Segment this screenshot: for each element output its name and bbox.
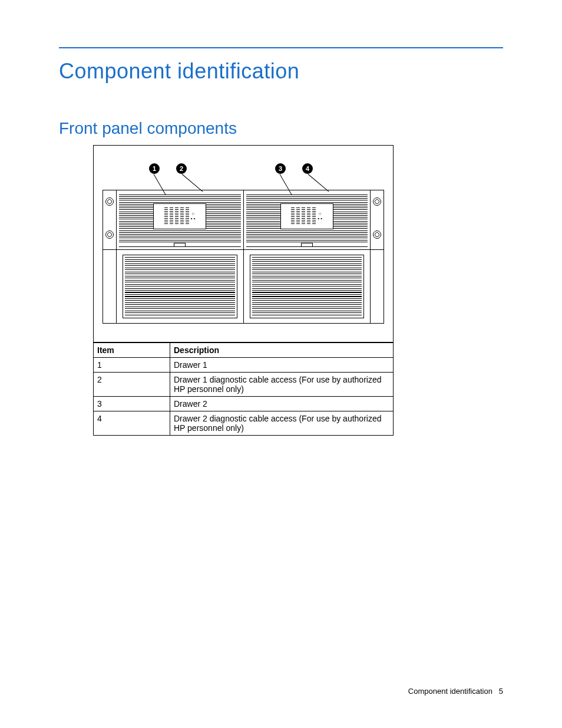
screw-icon	[105, 230, 114, 239]
page-footer: Component identification 5	[408, 687, 503, 696]
cell-desc: Drawer 1	[170, 358, 394, 373]
drawer-1: ○• •	[117, 190, 244, 249]
table-row: 2 Drawer 1 diagnostic cable access (For …	[94, 373, 394, 397]
cell-desc: Drawer 2 diagnostic cable access (For us…	[170, 411, 394, 436]
drawer-2: ○• •	[244, 190, 371, 249]
leader-line-2	[182, 174, 203, 192]
cell-desc: Drawer 2	[170, 397, 394, 411]
lock-icon: ○• •	[318, 212, 322, 221]
cell-item: 1	[94, 358, 170, 373]
device-chassis: ○• • ○• •	[103, 190, 384, 324]
header-description: Description	[170, 343, 394, 358]
release-tab	[174, 243, 186, 247]
cell-item: 2	[94, 373, 170, 397]
callout-1: 1	[149, 163, 160, 174]
screw-icon	[373, 197, 381, 206]
right-rack-ear-bottom	[370, 250, 384, 323]
page-number: 5	[499, 687, 503, 696]
leader-line-4	[308, 174, 329, 192]
left-rack-ear	[103, 190, 117, 249]
drawer-2-access-panel: ○• •	[280, 203, 333, 229]
footer-text: Component identification	[408, 687, 492, 696]
drawer-1-access-panel: ○• •	[153, 203, 206, 229]
callout-3: 3	[275, 163, 286, 174]
lower-module-2	[244, 250, 371, 323]
table-header-row: Item Description	[94, 343, 394, 358]
cell-item: 3	[94, 397, 170, 411]
cell-desc: Drawer 1 diagnostic cable access (For us…	[170, 373, 394, 397]
lock-icon: ○• •	[191, 212, 196, 221]
section-title: Front panel components	[59, 119, 503, 138]
table-row: 3 Drawer 2	[94, 397, 394, 411]
callout-2: 2	[176, 163, 187, 174]
table-row: 1 Drawer 1	[94, 358, 394, 373]
chapter-title: Component identification	[59, 59, 503, 84]
callout-4: 4	[302, 163, 313, 174]
front-panel-figure: 1 2 3 4	[93, 145, 394, 342]
header-item: Item	[94, 343, 170, 358]
table-row: 4 Drawer 2 diagnostic cable access (For …	[94, 411, 394, 436]
chapter-rule	[59, 47, 503, 48]
component-table: Item Description 1 Drawer 1 2 Drawer 1 d…	[93, 342, 394, 436]
release-tab	[301, 243, 313, 247]
screw-icon	[105, 197, 114, 206]
left-rack-ear-bottom	[103, 250, 117, 323]
screw-icon	[373, 230, 381, 239]
right-rack-ear	[370, 190, 384, 249]
lower-module-1	[117, 250, 244, 323]
cell-item: 4	[94, 411, 170, 436]
